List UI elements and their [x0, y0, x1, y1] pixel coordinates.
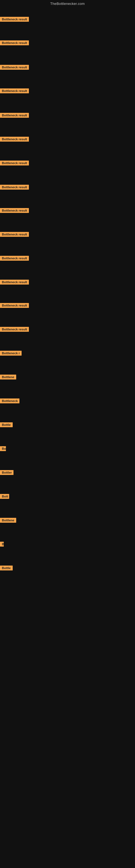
bottleneck-result-label[interactable]: Bottleneck result: [0, 40, 29, 45]
bottleneck-result-label[interactable]: Bottleneck result: [0, 137, 29, 142]
bottleneck-result-label[interactable]: Bottlene: [0, 375, 16, 379]
bottleneck-result-label[interactable]: Bottleneck r: [0, 351, 21, 355]
bottleneck-result-row: Bottle: [0, 422, 13, 428]
bottleneck-result-row: Bo: [0, 446, 6, 452]
bottleneck-result-label[interactable]: Bottleneck result: [0, 88, 29, 93]
bottleneck-result-label[interactable]: Bottler: [0, 470, 13, 475]
bottleneck-result-label[interactable]: Bottle: [0, 565, 13, 570]
bottleneck-result-label[interactable]: Bottlene: [0, 518, 16, 523]
bottleneck-result-row: Bottleneck result: [0, 113, 29, 119]
bottleneck-result-row: Bottleneck result: [0, 232, 29, 238]
bottleneck-result-label[interactable]: Bottleneck result: [0, 185, 29, 190]
bottleneck-result-row: Bottleneck result: [0, 65, 29, 71]
bottleneck-result-row: Bottleneck result: [0, 161, 29, 166]
bottleneck-result-row: Bottler: [0, 470, 13, 476]
bottleneck-result-row: Bottleneck result: [0, 40, 29, 46]
bottleneck-result-row: Bottleneck result: [0, 208, 29, 214]
bottleneck-result-row: Bott: [0, 494, 9, 500]
bottleneck-result-row: Bottleneck result: [0, 327, 29, 333]
bottleneck-result-label[interactable]: Bo: [0, 446, 6, 451]
bottleneck-result-label[interactable]: Bottle: [0, 422, 13, 427]
bottleneck-result-row: B: [0, 542, 4, 548]
bottleneck-result-label[interactable]: Bottleneck result: [0, 113, 29, 118]
site-title: TheBottlenecker.com: [0, 0, 135, 7]
bottleneck-result-row: Bottleneck result: [0, 185, 29, 191]
bottleneck-result-row: Bottleneck result: [0, 303, 29, 309]
bottleneck-result-row: Bottleneck result: [0, 256, 29, 262]
bottleneck-result-row: Bottleneck result: [0, 17, 29, 23]
bottleneck-result-row: Bottleneck result: [0, 137, 29, 143]
bottleneck-result-label[interactable]: Bottleneck: [0, 399, 19, 403]
bottleneck-result-label[interactable]: Bottleneck result: [0, 17, 29, 22]
bottleneck-result-label[interactable]: Bottleneck result: [0, 208, 29, 213]
bottleneck-result-label[interactable]: Bottleneck result: [0, 65, 29, 70]
bottleneck-result-label[interactable]: Bottleneck result: [0, 256, 29, 261]
bottleneck-result-label[interactable]: Bottleneck result: [0, 303, 29, 308]
bottleneck-result-row: Bottleneck r: [0, 351, 21, 357]
bottleneck-result-row: Bottle: [0, 565, 13, 571]
bottleneck-result-row: Bottleneck result: [0, 280, 29, 286]
bottleneck-result-label[interactable]: Bott: [0, 494, 9, 499]
bottleneck-result-row: Bottleneck: [0, 399, 19, 404]
bottleneck-result-label[interactable]: Bottleneck result: [0, 327, 29, 332]
bottleneck-result-row: Bottlene: [0, 518, 16, 524]
bottleneck-result-label[interactable]: Bottleneck result: [0, 232, 29, 237]
bottleneck-result-label[interactable]: B: [0, 542, 4, 547]
bottleneck-result-label[interactable]: Bottleneck result: [0, 161, 29, 165]
bottleneck-result-row: Bottleneck result: [0, 88, 29, 94]
bottleneck-result-row: Bottlene: [0, 375, 16, 380]
bottleneck-result-label[interactable]: Bottleneck result: [0, 280, 29, 284]
